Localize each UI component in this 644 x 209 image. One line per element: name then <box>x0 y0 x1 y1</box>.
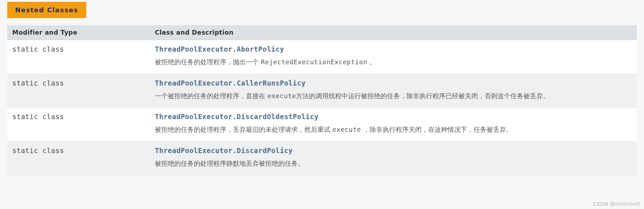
desc-text: 被拒绝的任务的处理程序静默地丢弃被拒绝的任务。 <box>155 160 304 167</box>
desc-code: execute <box>332 126 361 133</box>
class-description: 被拒绝的任务的处理程序，丢弃最旧的未处理请求，然后重试 execute ，除非执… <box>155 124 632 135</box>
header-class-description: Class and Description <box>150 25 637 40</box>
table-row: static class ThreadPoolExecutor.CallerRu… <box>7 74 637 108</box>
desc-code: execute <box>267 92 296 100</box>
class-link-caller-runs-policy[interactable]: ThreadPoolExecutor.CallerRunsPolicy <box>155 79 306 87</box>
class-description-cell: ThreadPoolExecutor.DiscardOldestPolicy 被… <box>150 108 637 141</box>
modifier-cell: static class <box>7 74 150 108</box>
modifier-cell: static class <box>7 40 150 74</box>
desc-text: 。 <box>367 58 376 66</box>
table-row: static class ThreadPoolExecutor.AbortPol… <box>7 40 637 74</box>
class-link-discard-policy[interactable]: ThreadPoolExecutor.DiscardPolicy <box>155 147 293 154</box>
class-description: 一个被拒绝的任务的处理程序，直接在 execute方法的调用线程中运行被拒绝的任… <box>155 91 632 102</box>
class-description-cell: ThreadPoolExecutor.AbortPolicy 被拒绝的任务的处理… <box>150 40 637 74</box>
watermark: CSDN @chlorine5 <box>593 201 640 207</box>
desc-text: ，除非执行程序关闭，在这种情况下，任务被丢弃。 <box>361 126 513 133</box>
desc-text: 被拒绝的任务的处理程序，抛出一个 <box>155 58 261 66</box>
modifier-cell: static class <box>7 108 150 141</box>
modifier-cell: static class <box>7 141 150 175</box>
desc-text: 方法的调用线程中运行被拒绝的任务，除非执行程序已经被关闭，否则这个任务被丢弃。 <box>296 92 549 100</box>
class-link-discard-oldest-policy[interactable]: ThreadPoolExecutor.DiscardOldestPolicy <box>155 113 319 121</box>
table-row: static class ThreadPoolExecutor.DiscardP… <box>7 141 637 175</box>
table-header-row: Modifier and Type Class and Description <box>7 25 637 40</box>
class-description: 被拒绝的任务的处理程序，抛出一个 RejectedExecutionExcept… <box>155 57 632 68</box>
nested-classes-table: Modifier and Type Class and Description … <box>7 25 637 175</box>
desc-text: 被拒绝的任务的处理程序，丢弃最旧的未处理请求，然后重试 <box>155 126 332 133</box>
class-description: 被拒绝的任务的处理程序静默地丢弃被拒绝的任务。 <box>155 158 632 169</box>
section-header: Nested Classes <box>7 2 86 18</box>
table-row: static class ThreadPoolExecutor.DiscardO… <box>7 108 637 141</box>
desc-code: RejectedExecutionException <box>261 58 367 66</box>
class-description-cell: ThreadPoolExecutor.CallerRunsPolicy 一个被拒… <box>150 74 637 108</box>
desc-text: 一个被拒绝的任务的处理程序，直接在 <box>155 92 267 100</box>
class-link-abort-policy[interactable]: ThreadPoolExecutor.AbortPolicy <box>155 45 284 53</box>
class-description-cell: ThreadPoolExecutor.DiscardPolicy 被拒绝的任务的… <box>150 141 637 175</box>
header-modifier-type: Modifier and Type <box>7 25 150 40</box>
